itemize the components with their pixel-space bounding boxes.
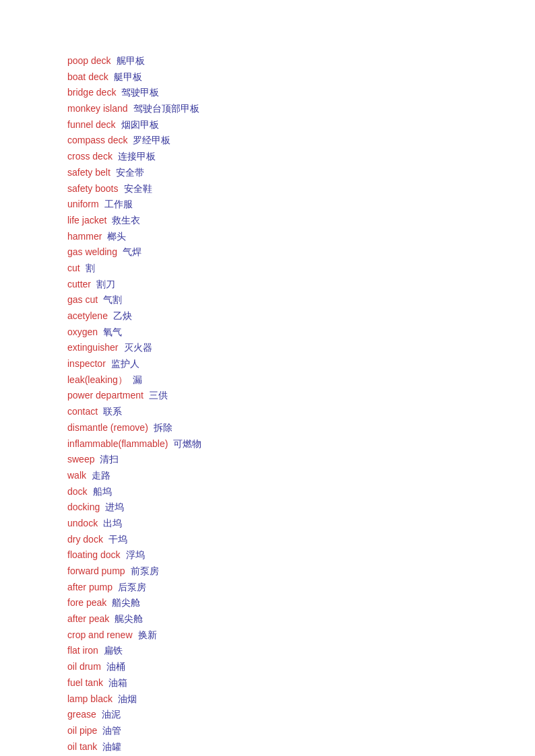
chinese-term: 艏尖舱 <box>112 596 140 611</box>
vocab-item: dock船坞 <box>67 485 468 500</box>
english-term: cross deck <box>67 149 113 164</box>
english-term: monkey island <box>67 102 128 116</box>
vocab-item: docking进坞 <box>67 500 468 515</box>
chinese-term: 走路 <box>92 469 111 483</box>
vocab-item: acetylene乙炔 <box>67 309 468 324</box>
vocab-item: walk走路 <box>67 469 468 483</box>
vocab-item: undock出坞 <box>67 516 468 531</box>
chinese-term: 油桶 <box>106 660 125 675</box>
chinese-term: 油管 <box>102 724 121 738</box>
vocab-item: sweep清扫 <box>67 452 468 467</box>
english-term: contact <box>67 405 98 419</box>
chinese-term: 灭火器 <box>124 341 152 355</box>
english-term: oxygen <box>67 325 98 340</box>
english-term: hammer <box>67 230 102 244</box>
chinese-term: 拆除 <box>154 421 172 436</box>
english-term: grease <box>67 708 96 722</box>
vocab-item: safety boots安全鞋 <box>67 182 468 197</box>
vocab-item: dry dock干坞 <box>67 532 468 547</box>
vocab-item: extinguisher灭火器 <box>67 341 468 355</box>
vocab-item: compass deck罗经甲板 <box>67 133 468 148</box>
chinese-term: 乙炔 <box>113 309 132 324</box>
vocab-item: uniform工作服 <box>67 197 468 212</box>
chinese-term: 烟囱甲板 <box>121 118 159 133</box>
english-term: extinguisher <box>67 341 119 355</box>
english-term: fuel tank <box>67 676 103 691</box>
english-term: gas cut <box>67 293 98 308</box>
chinese-term: 安全鞋 <box>124 182 152 197</box>
english-term: acetylene <box>67 309 108 324</box>
vocab-item: oxygen氧气 <box>67 325 468 340</box>
chinese-term: 联系 <box>103 405 122 419</box>
english-term: after peak <box>67 612 109 627</box>
english-term: funnel deck <box>67 118 116 133</box>
vocab-item: grease油泥 <box>67 708 468 722</box>
chinese-term: 监护人 <box>111 357 139 372</box>
english-term: uniform <box>67 197 99 212</box>
chinese-term: 艉甲板 <box>117 54 145 69</box>
chinese-term: 安全带 <box>116 166 144 180</box>
english-term: walk <box>67 469 86 483</box>
chinese-term: 艇甲板 <box>114 70 142 85</box>
english-term: oil drum <box>67 660 101 675</box>
vocab-item: lamp black油烟 <box>67 692 468 707</box>
vocab-item: boat deck艇甲板 <box>67 70 468 85</box>
english-term: docking <box>67 500 100 515</box>
vocab-item: monkey island驾驶台顶部甲板 <box>67 102 468 116</box>
vocab-item: after peak艉尖舱 <box>67 612 468 627</box>
english-term: fore peak <box>67 596 106 611</box>
vocab-item: gas welding气焊 <box>67 245 468 260</box>
chinese-term: 艉尖舱 <box>115 612 143 627</box>
english-term: floating dock <box>67 548 121 563</box>
chinese-term: 浮坞 <box>126 548 145 563</box>
vocab-item: life jacket救生衣 <box>67 213 468 228</box>
vocab-item: power department三供 <box>67 388 468 403</box>
english-term: safety boots <box>67 182 119 197</box>
vocab-item: oil pipe油管 <box>67 724 468 738</box>
english-term: sweep <box>67 452 94 467</box>
english-term: oil tank <box>67 740 97 755</box>
english-term: flat iron <box>67 644 98 658</box>
english-term: dismantle (remove) <box>67 421 148 436</box>
chinese-term: 可燃物 <box>173 437 201 452</box>
english-term: lamp black <box>67 692 113 707</box>
english-term: dry dock <box>67 532 103 547</box>
vocab-item: floating dock浮坞 <box>67 548 468 563</box>
chinese-term: 榔头 <box>107 230 126 244</box>
chinese-term: 油烟 <box>118 692 137 707</box>
chinese-term: 连接甲板 <box>118 149 156 164</box>
vocab-item: poop deck艉甲板 <box>67 54 468 69</box>
vocab-item: inflammable(flammable)可燃物 <box>67 437 468 452</box>
english-term: oil pipe <box>67 724 97 738</box>
vocab-item: oil tank油罐 <box>67 740 468 755</box>
vocab-item: cut割 <box>67 261 468 276</box>
english-term: undock <box>67 516 98 531</box>
vocab-item: flat iron扁铁 <box>67 644 468 658</box>
vocab-item: inspector监护人 <box>67 357 468 372</box>
vocab-item: oil drum油桶 <box>67 660 468 675</box>
vocab-item: bridge deck驾驶甲板 <box>67 85 468 100</box>
chinese-term: 气焊 <box>123 245 141 260</box>
english-term: compass deck <box>67 133 127 148</box>
vocab-item: cutter割刀 <box>67 277 468 292</box>
english-term: boat deck <box>67 70 108 85</box>
chinese-term: 出坞 <box>103 516 122 531</box>
chinese-term: 扁铁 <box>104 644 123 658</box>
vocab-item: dismantle (remove)拆除 <box>67 421 468 436</box>
english-term: dock <box>67 485 88 500</box>
vocab-item: hammer榔头 <box>67 230 468 244</box>
chinese-term: 干坞 <box>108 532 127 547</box>
vocab-item: funnel deck烟囱甲板 <box>67 118 468 133</box>
english-term: after pump <box>67 580 113 595</box>
chinese-term: 清扫 <box>100 452 119 467</box>
vocab-item: after pump后泵房 <box>67 580 468 595</box>
english-term: forward pump <box>67 564 125 579</box>
chinese-term: 漏 <box>133 373 142 388</box>
english-term: gas welding <box>67 245 117 260</box>
chinese-term: 驾驶甲板 <box>121 85 159 100</box>
vocab-item: gas cut气割 <box>67 293 468 308</box>
chinese-term: 割刀 <box>96 277 115 292</box>
chinese-term: 驾驶台顶部甲板 <box>133 102 199 116</box>
english-term: cut <box>67 261 80 276</box>
chinese-term: 气割 <box>103 293 122 308</box>
